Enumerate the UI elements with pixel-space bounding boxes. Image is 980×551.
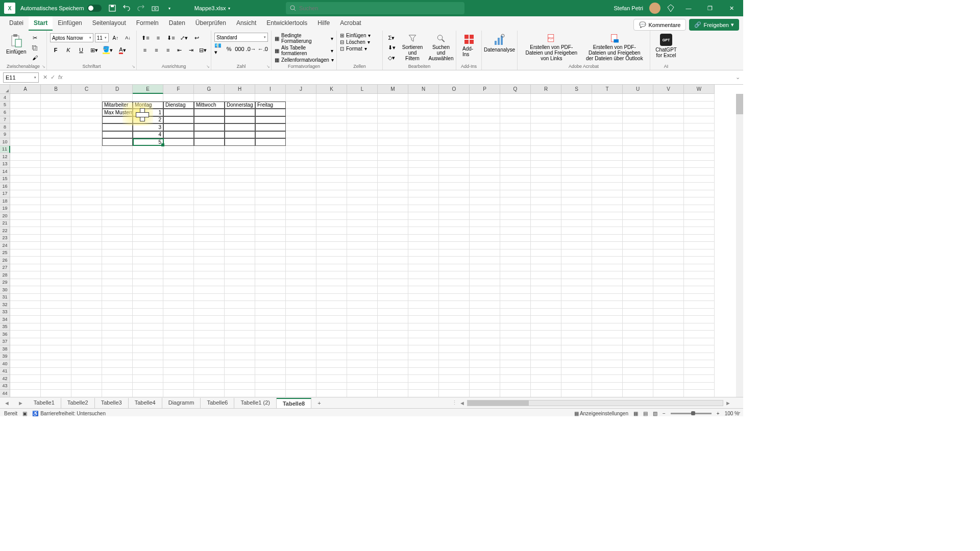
- col-header-K[interactable]: K: [316, 85, 347, 94]
- cell-I36[interactable]: [255, 331, 286, 338]
- pdf-links-button[interactable]: PDF Erstellen von PDF-Dateien und Freige…: [521, 33, 582, 62]
- row-header-40[interactable]: 40: [0, 360, 10, 368]
- cell-C18[interactable]: [71, 197, 102, 205]
- cell-U43[interactable]: [623, 383, 653, 390]
- cell-S28[interactable]: [561, 271, 592, 279]
- cell-S16[interactable]: [561, 183, 592, 190]
- cell-J27[interactable]: [286, 264, 316, 272]
- cell-H26[interactable]: [225, 257, 255, 264]
- cell-C38[interactable]: [71, 345, 102, 353]
- cell-S13[interactable]: [561, 161, 592, 168]
- cell-S15[interactable]: [561, 176, 592, 183]
- cell-O8[interactable]: [439, 123, 470, 131]
- cell-M24[interactable]: [378, 242, 408, 249]
- cell-G9[interactable]: [194, 131, 225, 139]
- cell-D32[interactable]: [102, 301, 133, 309]
- cell-C43[interactable]: [71, 383, 102, 390]
- cell-M26[interactable]: [378, 257, 408, 264]
- cell-B43[interactable]: [41, 383, 71, 390]
- cell-N12[interactable]: [408, 153, 439, 161]
- sheet-tab-diagramm[interactable]: Diagramm: [162, 398, 201, 408]
- cell-D20[interactable]: [102, 212, 133, 220]
- cell-H24[interactable]: [225, 242, 255, 249]
- menu-tab-datei[interactable]: Datei: [4, 16, 29, 31]
- cell-O38[interactable]: [439, 345, 470, 353]
- cell-J15[interactable]: [286, 176, 316, 183]
- cell-G10[interactable]: [194, 138, 225, 146]
- addins-button[interactable]: Add-Ins: [459, 33, 478, 58]
- cell-K42[interactable]: [316, 375, 347, 383]
- cell-L28[interactable]: [347, 271, 378, 279]
- col-header-N[interactable]: N: [408, 85, 439, 94]
- cell-Q24[interactable]: [500, 242, 531, 249]
- cell-E43[interactable]: [133, 383, 163, 390]
- cell-R25[interactable]: [531, 249, 561, 257]
- cell-V33[interactable]: [653, 309, 684, 316]
- cell-L12[interactable]: [347, 153, 378, 161]
- cell-W10[interactable]: [684, 138, 715, 146]
- row-header-27[interactable]: 27: [0, 264, 10, 272]
- cell-U11[interactable]: [623, 146, 653, 154]
- cell-T38[interactable]: [592, 345, 623, 353]
- cell-H11[interactable]: [225, 146, 255, 154]
- cell-V14[interactable]: [653, 168, 684, 176]
- cell-D14[interactable]: [102, 168, 133, 176]
- cell-E38[interactable]: [133, 345, 163, 353]
- number-dialog-launcher[interactable]: ↘: [266, 64, 270, 69]
- italic-button[interactable]: K: [63, 45, 74, 55]
- row-header-38[interactable]: 38: [0, 345, 10, 353]
- camera-button[interactable]: [151, 4, 160, 13]
- cell-O20[interactable]: [439, 212, 470, 220]
- cell-B10[interactable]: [41, 138, 71, 146]
- cell-C4[interactable]: [71, 94, 102, 102]
- cell-B6[interactable]: [41, 109, 71, 116]
- cell-W20[interactable]: [684, 212, 715, 220]
- cell-H16[interactable]: [225, 183, 255, 190]
- cell-L39[interactable]: [347, 353, 378, 361]
- cell-R4[interactable]: [531, 94, 561, 102]
- cell-Q16[interactable]: [500, 183, 531, 190]
- cell-R8[interactable]: [531, 123, 561, 131]
- col-header-G[interactable]: G: [194, 85, 225, 94]
- cell-J10[interactable]: [286, 138, 316, 146]
- cell-J22[interactable]: [286, 227, 316, 235]
- cell-U32[interactable]: [623, 301, 653, 309]
- cell-W38[interactable]: [684, 345, 715, 353]
- cell-O5[interactable]: [439, 102, 470, 109]
- cell-K30[interactable]: [316, 286, 347, 294]
- cell-O4[interactable]: [439, 94, 470, 102]
- cell-R30[interactable]: [531, 286, 561, 294]
- vertical-scroll-thumb[interactable]: [736, 94, 743, 114]
- cell-T13[interactable]: [592, 161, 623, 168]
- cell-M13[interactable]: [378, 161, 408, 168]
- cell-J40[interactable]: [286, 360, 316, 368]
- cell-S44[interactable]: [561, 390, 592, 397]
- cell-C35[interactable]: [71, 323, 102, 331]
- cell-Q21[interactable]: [500, 220, 531, 228]
- zoom-in-button[interactable]: +: [717, 411, 720, 416]
- cell-L21[interactable]: [347, 220, 378, 228]
- cell-F7[interactable]: [163, 116, 194, 124]
- cell-C37[interactable]: [71, 338, 102, 346]
- cell-K8[interactable]: [316, 123, 347, 131]
- cell-N8[interactable]: [408, 123, 439, 131]
- cell-F16[interactable]: [163, 183, 194, 190]
- cell-P5[interactable]: [470, 102, 500, 109]
- cell-H31[interactable]: [225, 294, 255, 302]
- cell-Q7[interactable]: [500, 116, 531, 124]
- cell-S39[interactable]: [561, 353, 592, 361]
- cell-J16[interactable]: [286, 183, 316, 190]
- cell-M12[interactable]: [378, 153, 408, 161]
- cell-V38[interactable]: [653, 345, 684, 353]
- col-header-F[interactable]: F: [163, 85, 194, 94]
- cell-L43[interactable]: [347, 383, 378, 390]
- cell-B15[interactable]: [41, 176, 71, 183]
- cell-E26[interactable]: [133, 257, 163, 264]
- cell-O35[interactable]: [439, 323, 470, 331]
- cell-O18[interactable]: [439, 197, 470, 205]
- font-color-button[interactable]: A▾: [116, 45, 129, 55]
- cell-A14[interactable]: [10, 168, 41, 176]
- cell-V6[interactable]: [653, 109, 684, 116]
- cell-I43[interactable]: [255, 383, 286, 390]
- cell-C11[interactable]: [71, 146, 102, 154]
